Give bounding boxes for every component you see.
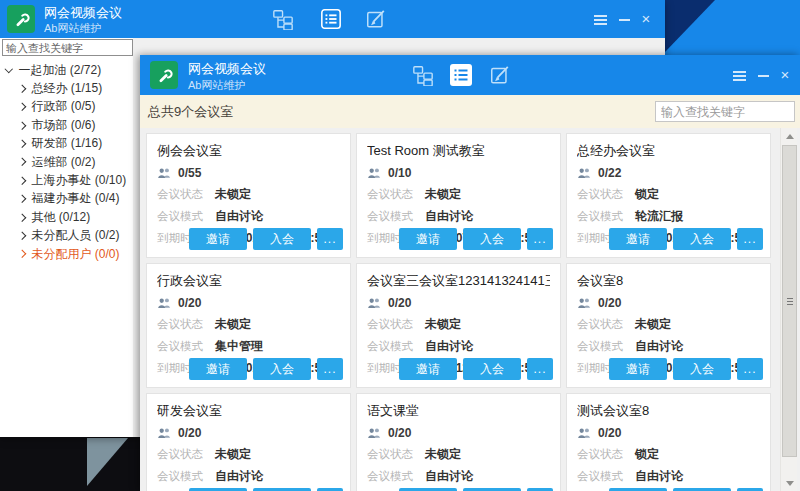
room-search-input[interactable] (655, 101, 795, 122)
minimize-icon[interactable] (755, 68, 771, 82)
chevron-down-icon (5, 65, 13, 73)
invite-button[interactable]: 邀请 (399, 228, 457, 250)
more-button[interactable]: ... (737, 228, 763, 250)
join-button[interactable]: 入会 (253, 228, 311, 250)
chevron-right-icon (18, 85, 26, 93)
tree-item-label: 一起加油 (2/72) (19, 62, 102, 79)
mode-label: 会议模式 (157, 209, 215, 224)
join-button[interactable]: 入会 (463, 358, 521, 380)
menu-icon[interactable] (592, 13, 608, 29)
room-name: 语文课堂 (367, 402, 550, 420)
room-name: 总经办会议室 (577, 142, 760, 160)
mode-value: 自由讨论 (215, 468, 263, 485)
minimize-icon[interactable] (616, 12, 632, 26)
mode-value: 集中管理 (215, 338, 263, 355)
scrollbar-thumb[interactable] (782, 145, 797, 457)
member-count: 0/20 (178, 296, 201, 310)
members-icon (367, 427, 382, 439)
tree-item[interactable]: 其他 (0/12) (0, 208, 140, 226)
fg-window-title: 网会视频会议 (188, 62, 266, 76)
close-icon[interactable]: × (638, 12, 654, 26)
join-button[interactable]: 入会 (253, 358, 311, 380)
close-icon[interactable]: × (777, 68, 793, 82)
tree-item-label: 上海办事处 (0/10) (32, 172, 127, 189)
mode-value: 自由讨论 (425, 468, 473, 485)
tree-item-label: 总经办 (1/15) (32, 80, 103, 97)
tree-item[interactable]: 研发部 (1/16) (0, 135, 140, 153)
member-count: 0/55 (178, 166, 201, 180)
join-button[interactable]: 入会 (673, 228, 731, 250)
more-button[interactable]: ... (317, 228, 343, 250)
scrollbar-up-arrow[interactable] (781, 128, 798, 144)
invite-button[interactable]: 邀请 (399, 358, 457, 380)
app-wrench-icon (150, 61, 178, 89)
rooms-content: 例会会议室 0/55 会议状态未锁定 会议模式自由讨论 到期时间2028-01-… (140, 128, 800, 491)
room-card: 会议室三会议室123141324141三会... 0/20 会议状态未锁定 会议… (356, 263, 561, 388)
scrollbar[interactable] (780, 128, 797, 491)
status-label: 会议状态 (577, 447, 635, 462)
more-button[interactable]: ... (527, 358, 553, 380)
tree-item[interactable]: 市场部 (0/6) (0, 116, 140, 134)
org-chart-icon[interactable] (272, 8, 294, 34)
scrollbar-down-arrow[interactable] (781, 475, 798, 491)
room-card: 总经办会议室 0/22 会议状态锁定 会议模式轮流汇报 到期时间2022-01-… (566, 133, 771, 258)
more-button[interactable]: ... (737, 358, 763, 380)
join-button[interactable]: 入会 (463, 228, 521, 250)
chevron-right-icon (18, 232, 26, 240)
room-card: 行政会议室 0/20 会议状态未锁定 会议模式集中管理 到期时间2023-01-… (146, 263, 351, 388)
invite-button[interactable]: 邀请 (189, 358, 247, 380)
invite-button[interactable]: 邀请 (189, 228, 247, 250)
join-button[interactable]: 入会 (673, 358, 731, 380)
mode-value: 轮流汇报 (635, 208, 683, 225)
tree-item[interactable]: 上海办事处 (0/10) (0, 171, 140, 189)
tree-item-label: 未分配用户 (0/0) (32, 246, 120, 263)
compose-icon[interactable] (365, 8, 387, 34)
tree-item-label: 未分配人员 (0/2) (32, 227, 120, 244)
member-count: 0/20 (388, 426, 411, 440)
invite-button[interactable]: 邀请 (609, 228, 667, 250)
more-button[interactable]: ... (527, 228, 553, 250)
member-count: 0/20 (178, 426, 201, 440)
mode-label: 会议模式 (577, 469, 635, 484)
more-button[interactable]: ... (317, 358, 343, 380)
bg-titlebar[interactable]: 网会视频会议 Ab网站维护 (0, 0, 665, 38)
rooms-grid: 例会会议室 0/55 会议状态未锁定 会议模式自由讨论 到期时间2028-01-… (146, 133, 771, 491)
mode-label: 会议模式 (577, 339, 635, 354)
tree-item[interactable]: 运维部 (0/2) (0, 153, 140, 171)
tree-item[interactable]: 行政部 (0/5) (0, 98, 140, 116)
tree-item-label: 其他 (0/12) (32, 209, 91, 226)
org-tree: 一起加油 (2/72) 总经办 (1/15)行政部 (0/5)市场部 (0/6)… (0, 61, 140, 263)
tree-item-label: 运维部 (0/2) (32, 154, 96, 171)
desktop-wallpaper (665, 0, 800, 55)
menu-icon[interactable] (731, 69, 747, 85)
members-icon (367, 297, 382, 309)
status-value: 未锁定 (425, 316, 461, 333)
compose-icon[interactable] (489, 64, 511, 90)
wallpaper-gray-triangle (87, 438, 128, 486)
fg-titlebar[interactable]: 网会视频会议 Ab网站维护 (140, 55, 800, 95)
tree-item-root[interactable]: 一起加油 (2/72) (0, 61, 140, 79)
status-label: 会议状态 (367, 447, 425, 462)
mode-label: 会议模式 (157, 339, 215, 354)
tree-item[interactable]: 福建办事处 (0/4) (0, 190, 140, 208)
tree-item[interactable]: 未分配人员 (0/2) (0, 227, 140, 245)
room-name: 测试会议室8 (577, 402, 760, 420)
tree-item[interactable]: 未分配用户 (0/0) (0, 245, 140, 263)
room-name: 会议室三会议室123141324141三会... (367, 272, 550, 290)
mode-value: 自由讨论 (215, 208, 263, 225)
tree-item-label: 行政部 (0/5) (32, 98, 96, 115)
chevron-right-icon (18, 121, 26, 129)
bg-window-title: 网会视频会议 (44, 6, 122, 20)
room-list-icon-active[interactable] (449, 63, 473, 91)
mode-label: 会议模式 (367, 209, 425, 224)
contact-search-input[interactable] (2, 39, 133, 56)
chevron-right-icon (18, 195, 26, 203)
room-name: 例会会议室 (157, 142, 340, 160)
org-chart-icon[interactable] (412, 64, 434, 90)
room-card: 会议室8 0/20 会议状态未锁定 会议模式自由讨论 到期时间2022-01-2… (566, 263, 771, 388)
room-count-summary: 总共9个会议室 (148, 103, 233, 121)
tree-item[interactable]: 总经办 (1/15) (0, 79, 140, 97)
invite-button[interactable]: 邀请 (609, 358, 667, 380)
tree-item-label: 研发部 (1/16) (32, 135, 103, 152)
room-list-icon[interactable] (320, 8, 342, 34)
